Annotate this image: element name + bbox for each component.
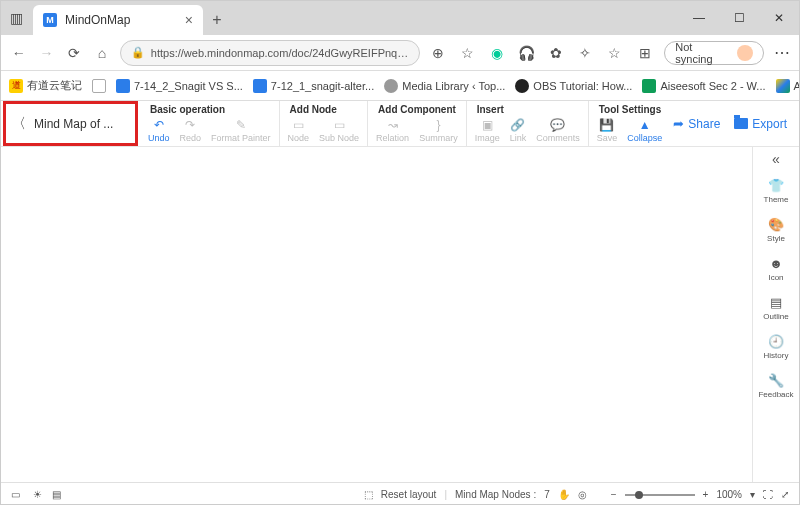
extensions-icon[interactable]: ✿ (546, 43, 566, 63)
presentation-icon[interactable]: ▭ (11, 489, 23, 501)
collections-icon[interactable]: ✧ (576, 43, 596, 63)
undo-button[interactable]: ↶Undo (148, 118, 170, 143)
zoom-in-button[interactable]: + (703, 489, 709, 500)
format-painter-button[interactable]: ✎Format Painter (211, 118, 271, 143)
redo-icon: ↷ (182, 118, 198, 132)
export-button[interactable]: Export (734, 117, 787, 131)
image-icon: ▣ (479, 118, 495, 132)
browser-tab[interactable]: M MindOnMap × (33, 5, 203, 35)
gdoc-icon (116, 79, 130, 93)
refresh-button[interactable]: ⟳ (64, 43, 84, 63)
tab-title: MindOnMap (65, 13, 177, 27)
wordpress-icon (384, 79, 398, 93)
wrench-icon: 🔧 (768, 372, 784, 388)
save-button[interactable]: 💾Save (597, 118, 618, 143)
sidepanel-feedback[interactable]: 🔧Feedback (758, 372, 793, 399)
folder-icon (734, 118, 748, 129)
zoom-out-button[interactable]: − (611, 489, 617, 500)
favorites-icon[interactable]: ☆ (605, 43, 625, 63)
sidepanel-style[interactable]: 🎨Style (767, 216, 785, 243)
group-label: Tool Settings (597, 101, 663, 115)
sidepanel-outline[interactable]: ▤Outline (763, 294, 788, 321)
toolbar-group-addcomp: Add Component ↝Relation }Summary (368, 101, 467, 146)
close-window-button[interactable]: ✕ (759, 1, 799, 35)
maximize-button[interactable]: ☐ (719, 1, 759, 35)
insert-comment-button[interactable]: 💬Comments (536, 118, 580, 143)
clock-icon: 🕘 (768, 333, 784, 349)
headphones-icon[interactable]: 🎧 (517, 43, 537, 63)
reset-layout-button[interactable]: Reset layout (381, 489, 437, 500)
summary-button[interactable]: }Summary (419, 118, 458, 143)
hand-icon[interactable]: ✋ (558, 489, 570, 500)
share-icon: ➦ (673, 116, 684, 131)
collections2-icon[interactable]: ⊞ (635, 43, 655, 63)
bookmarks-bar: 道有道云笔记 7-14_2_Snagit VS S... 7-12_1_snag… (1, 71, 799, 101)
bookmark-item[interactable]: Media Library ‹ Top... (384, 79, 505, 93)
favorite-icon[interactable]: ☆ (457, 43, 477, 63)
insert-link-button[interactable]: 🔗Link (510, 118, 527, 143)
bookmark-item[interactable] (92, 79, 106, 93)
share-button[interactable]: ➦Share (673, 116, 720, 131)
sidepanel-collapse-button[interactable]: « (772, 151, 780, 167)
relation-icon: ↝ (385, 118, 401, 132)
outline-icon: ▤ (768, 294, 784, 310)
collapse-button[interactable]: ▲Collapse (627, 118, 662, 143)
youdao-icon: 道 (9, 79, 23, 93)
sync-status-button[interactable]: Not syncing (664, 41, 764, 65)
undo-icon: ↶ (151, 118, 167, 132)
insert-image-button[interactable]: ▣Image (475, 118, 500, 143)
location-icon[interactable]: ◎ (578, 489, 587, 500)
tab-actions-button[interactable]: ▥ (1, 1, 31, 35)
center-icon[interactable]: ⛶ (763, 489, 773, 500)
link-icon: 🔗 (510, 118, 526, 132)
close-tab-icon[interactable]: × (185, 12, 193, 28)
brightness-icon[interactable]: ☀ (33, 489, 42, 500)
back-button[interactable]: ← (9, 43, 29, 63)
group-label: Add Node (288, 101, 360, 115)
comment-icon: 💬 (550, 118, 566, 132)
toolbar-right: ➦Share Export (673, 101, 799, 146)
status-bar: ▭ ☀ ▤ ⬚ Reset layout | Mind Map Nodes : … (1, 482, 799, 505)
bookmark-item[interactable]: 7-12_1_snagit-alter... (253, 79, 374, 93)
summary-icon: } (430, 118, 446, 132)
shirt-icon: 👕 (768, 177, 784, 193)
obs-icon (515, 79, 529, 93)
sidepanel-theme[interactable]: 👕Theme (764, 177, 789, 204)
mindmap-canvas[interactable] (1, 147, 752, 482)
forward-button[interactable]: → (37, 43, 57, 63)
doc-title-back[interactable]: 〈 Mind Map of ... (3, 101, 138, 146)
bookmark-item[interactable]: 7-14_2_Snagit VS S... (116, 79, 243, 93)
bookmark-item[interactable]: OBS Tutorial: How... (515, 79, 632, 93)
new-tab-button[interactable]: + (203, 5, 231, 35)
toolbar-group-tools: Tool Settings 💾Save ▲Collapse (589, 101, 671, 146)
more-menu-button[interactable]: ⋯ (774, 43, 791, 62)
sidepanel-history[interactable]: 🕘History (764, 333, 789, 360)
zoom-dropdown-icon[interactable]: ▾ (750, 489, 755, 500)
window-icon[interactable]: ▤ (52, 489, 61, 500)
search-icon[interactable]: ⊕ (428, 43, 448, 63)
fullscreen-icon[interactable]: ⤢ (781, 489, 789, 500)
window-titlebar: ▥ M MindOnMap × + — ☐ ✕ (1, 1, 799, 35)
nodes-label: Mind Map Nodes : (455, 489, 536, 500)
address-bar[interactable]: 🔒 https://web.mindonmap.com/doc/24dGwyRE… (120, 40, 420, 66)
sidepanel-icon[interactable]: ☻Icon (768, 255, 784, 282)
add-node-button[interactable]: ▭Node (288, 118, 310, 143)
back-icon: 〈 (12, 115, 26, 133)
bookmark-item[interactable]: Aiseesoft Sec 2 - W... (642, 79, 765, 93)
bookmark-item[interactable]: 道有道云笔记 (9, 78, 82, 93)
add-subnode-button[interactable]: ▭Sub Node (319, 118, 359, 143)
bookmark-item[interactable]: Article-Drafts - Goo... (776, 79, 799, 93)
redo-button[interactable]: ↷Redo (180, 118, 202, 143)
relation-button[interactable]: ↝Relation (376, 118, 409, 143)
save-icon: 💾 (599, 118, 615, 132)
grammarly-icon[interactable]: ◉ (487, 43, 507, 63)
minimize-button[interactable]: — (679, 1, 719, 35)
node-icon: ▭ (290, 118, 306, 132)
palette-icon: 🎨 (768, 216, 784, 232)
reset-layout-icon[interactable]: ⬚ (364, 489, 373, 500)
home-button[interactable]: ⌂ (92, 43, 112, 63)
zoom-slider[interactable] (625, 494, 695, 496)
favicon-icon: M (43, 13, 57, 27)
nodes-count: 7 (544, 489, 550, 500)
sync-label: Not syncing (675, 41, 731, 65)
